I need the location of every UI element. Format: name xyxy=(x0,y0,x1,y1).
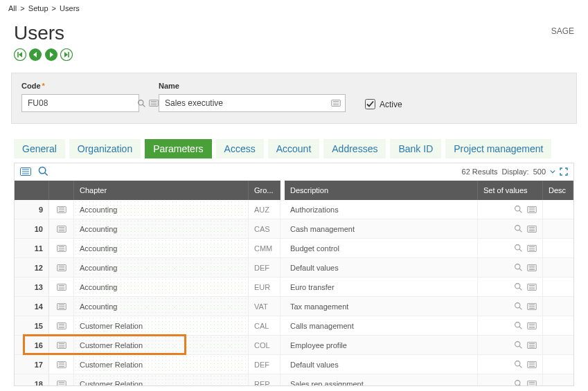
next-record-icon[interactable] xyxy=(45,48,57,61)
row-list-icon[interactable] xyxy=(49,239,74,258)
row-group: CMM xyxy=(249,239,280,258)
tab-parameters[interactable]: Parameters xyxy=(145,139,211,158)
svg-line-36 xyxy=(519,230,522,232)
tab-project-management[interactable]: Project management xyxy=(445,139,551,158)
row-group: COL xyxy=(249,336,280,355)
row-set-of-values[interactable] xyxy=(478,374,543,385)
tabs: GeneralOrganizationParametersAccessAccou… xyxy=(0,124,588,158)
row-chapter[interactable]: Customer Relation xyxy=(74,316,249,336)
row-list-icon[interactable] xyxy=(49,316,74,336)
table-row[interactable]: 12AccountingDEFDefault values xyxy=(15,258,573,278)
name-input[interactable] xyxy=(159,95,331,111)
prev-record-icon[interactable] xyxy=(29,48,42,61)
svg-line-66 xyxy=(519,288,522,290)
row-description: Budget control xyxy=(285,239,478,258)
row-desc2 xyxy=(543,200,573,219)
svg-line-56 xyxy=(519,269,522,271)
row-list-icon[interactable] xyxy=(49,258,74,278)
row-chapter[interactable]: Customer Relation xyxy=(74,374,249,385)
tab-account[interactable]: Account xyxy=(268,139,320,158)
tab-organization[interactable]: Organization xyxy=(69,139,141,158)
table-row[interactable]: 18Customer RelationREPSales rep assignme… xyxy=(15,374,573,385)
svg-point-115 xyxy=(515,381,520,385)
row-set-of-values[interactable] xyxy=(478,336,543,355)
breadcrumb-mid[interactable]: Setup xyxy=(28,4,48,12)
list-icon[interactable] xyxy=(149,100,159,107)
svg-line-26 xyxy=(519,210,522,212)
list-icon[interactable] xyxy=(20,167,31,176)
code-input[interactable] xyxy=(22,95,137,111)
list-icon[interactable] xyxy=(331,100,341,107)
table-row[interactable]: 15Customer RelationCALCalls management xyxy=(15,316,573,336)
code-label: Code* xyxy=(21,82,139,90)
tab-bank-id[interactable]: Bank ID xyxy=(390,139,441,158)
table-row[interactable]: 16Customer RelationCOLEmployee profile xyxy=(15,336,573,355)
row-description: Default values xyxy=(285,355,478,374)
svg-line-86 xyxy=(519,327,522,329)
row-list-icon[interactable] xyxy=(49,336,74,355)
svg-point-85 xyxy=(515,322,520,327)
row-set-of-values[interactable] xyxy=(478,278,543,297)
row-list-icon[interactable] xyxy=(49,278,74,297)
table-row[interactable]: 17Customer RelationDEFDefault values xyxy=(15,355,573,374)
first-record-icon[interactable] xyxy=(14,48,26,61)
row-set-of-values[interactable] xyxy=(478,355,543,374)
row-chapter[interactable]: Accounting xyxy=(74,258,249,278)
row-set-of-values[interactable] xyxy=(478,316,543,336)
row-list-icon[interactable] xyxy=(49,374,74,385)
record-nav xyxy=(0,47,588,73)
tab-addresses[interactable]: Addresses xyxy=(323,139,386,158)
row-chapter[interactable]: Accounting xyxy=(74,239,249,258)
active-checkbox[interactable]: Active xyxy=(365,99,402,112)
display-value[interactable]: 500 xyxy=(533,167,546,176)
chevron-down-icon[interactable] xyxy=(550,169,555,174)
display-label: Display: xyxy=(502,167,529,176)
row-number: 13 xyxy=(15,278,49,297)
row-description: Default values xyxy=(285,258,478,278)
row-set-of-values[interactable] xyxy=(478,219,543,239)
header-set-of-values[interactable]: Set of values xyxy=(478,181,543,200)
header-desc2[interactable]: Desc xyxy=(543,181,573,200)
svg-line-116 xyxy=(519,385,522,385)
breadcrumb: All > Setup > Users xyxy=(0,0,588,17)
row-set-of-values[interactable] xyxy=(478,297,543,316)
row-list-icon[interactable] xyxy=(49,297,74,316)
row-chapter[interactable]: Customer Relation xyxy=(74,355,249,374)
search-icon[interactable] xyxy=(38,166,48,176)
search-icon[interactable] xyxy=(137,99,146,108)
header-chapter[interactable]: Chapter xyxy=(74,181,249,200)
tab-general[interactable]: General xyxy=(14,139,65,158)
svg-point-55 xyxy=(515,264,520,269)
expand-icon[interactable] xyxy=(560,167,568,176)
header-description[interactable]: Description xyxy=(285,181,478,200)
row-set-of-values[interactable] xyxy=(478,200,543,219)
breadcrumb-root[interactable]: All xyxy=(8,4,17,12)
row-chapter[interactable]: Accounting xyxy=(74,278,249,297)
grid-header: Chapter Gro... Description Set of values… xyxy=(15,181,573,200)
tab-access[interactable]: Access xyxy=(216,139,264,158)
table-row[interactable]: 14AccountingVATTax management xyxy=(15,297,573,316)
row-chapter[interactable]: Accounting xyxy=(74,297,249,316)
row-list-icon[interactable] xyxy=(49,355,74,374)
table-row[interactable]: 10AccountingCASCash management xyxy=(15,219,573,239)
checkbox-checked-icon xyxy=(365,99,375,109)
table-row[interactable]: 9AccountingAUZAuthorizations xyxy=(15,200,573,219)
row-chapter[interactable]: Accounting xyxy=(74,200,249,219)
table-row[interactable]: 13AccountingEUREuro transfer xyxy=(15,278,573,297)
row-set-of-values[interactable] xyxy=(478,258,543,278)
header-group[interactable]: Gro... xyxy=(249,181,280,200)
row-set-of-values[interactable] xyxy=(478,239,543,258)
name-field: Name xyxy=(159,82,346,112)
name-label: Name xyxy=(159,82,346,90)
row-number: 18 xyxy=(15,374,49,385)
row-list-icon[interactable] xyxy=(49,219,74,239)
row-chapter[interactable]: Accounting xyxy=(74,219,249,239)
row-chapter[interactable]: Customer Relation xyxy=(74,336,249,355)
row-desc2 xyxy=(543,336,573,355)
grid-body[interactable]: 9AccountingAUZAuthorizations 10Accountin… xyxy=(15,200,573,385)
row-number: 16 xyxy=(15,336,49,355)
table-row[interactable]: 11AccountingCMMBudget control xyxy=(15,239,573,258)
svg-point-4 xyxy=(139,100,143,104)
row-list-icon[interactable] xyxy=(49,200,74,219)
last-record-icon[interactable] xyxy=(60,48,73,61)
